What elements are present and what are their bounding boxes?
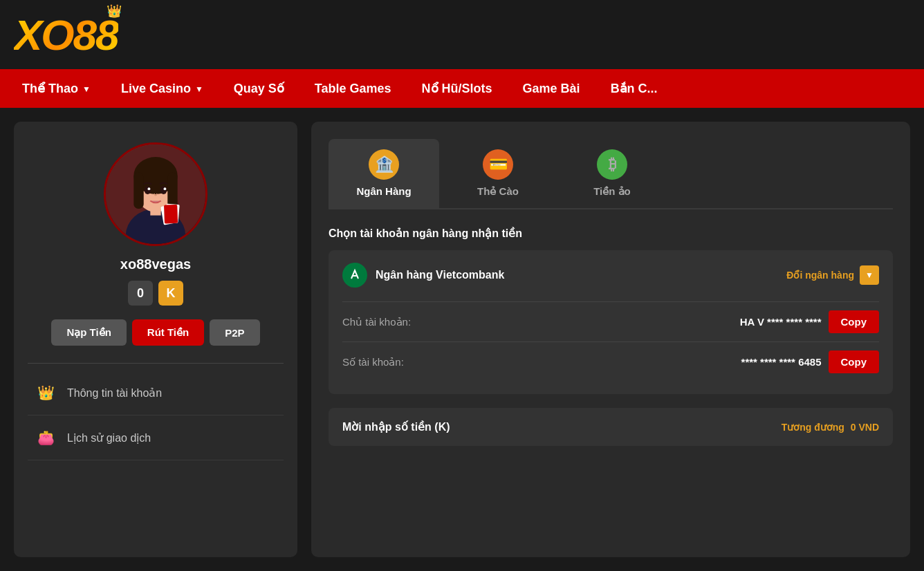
wallet-icon: 👛: [35, 427, 57, 449]
amount-title: Mời nhập số tiền (K): [342, 420, 450, 433]
tab-ngan-hang[interactable]: 🏦 Ngân Hàng: [329, 139, 439, 208]
vietcombank-logo: [342, 263, 367, 288]
amount-header: Mời nhập số tiền (K) Tương đương 0 VND: [342, 420, 879, 433]
bank-number-row: Số tài khoản: **** **** **** 6485 Copy: [342, 341, 879, 382]
main-nav: Thể Thao ▼ Live Casino ▼ Quay Số Table G…: [0, 69, 924, 108]
number-value-wrap: **** **** **** 6485 Copy: [741, 350, 879, 373]
svg-point-7: [145, 186, 151, 194]
username-label: xo88vegas: [120, 256, 191, 272]
amount-section: Mời nhập số tiền (K) Tương đương 0 VND: [329, 408, 893, 446]
sidebar-item-transaction-history[interactable]: 👛 Lịch sử giao dịch: [28, 415, 284, 460]
tab-the-cao[interactable]: 💳 Thẻ Cào: [443, 139, 553, 208]
number-value: **** **** **** 6485: [741, 356, 822, 368]
tabs: 🏦 Ngân Hàng 💳 Thẻ Cào ₿ Tiền ảo: [329, 139, 893, 209]
tab-tien-ao[interactable]: ₿ Tiền ảo: [557, 139, 667, 208]
logo-crown-icon: 👑: [107, 3, 122, 19]
action-buttons: Nạp Tiền Rút Tiền P2P: [28, 319, 284, 346]
nav-item-ban-c[interactable]: Bắn C...: [595, 69, 673, 108]
svg-point-8: [160, 186, 167, 194]
svg-point-10: [164, 187, 167, 190]
owner-value-wrap: HA V **** **** **** Copy: [740, 310, 879, 333]
badge-k: K: [158, 281, 183, 306]
svg-rect-6: [167, 172, 177, 209]
card-icon: 💳: [483, 149, 513, 180]
bank-card: Ngân hàng Vietcombank Đổi ngân hàng ▼ Ch…: [329, 250, 893, 394]
svg-point-9: [147, 187, 150, 190]
main-panel: 🏦 Ngân Hàng 💳 Thẻ Cào ₿ Tiền ảo Chọn tài…: [311, 122, 910, 557]
nav-item-no-hu-slots[interactable]: Nổ Hũ/Slots: [407, 69, 508, 108]
nav-item-table-games[interactable]: Table Games: [299, 69, 407, 108]
sidebar-menu: 👑 Thông tin tài khoản 👛 Lịch sử giao dịc…: [28, 363, 284, 460]
svg-rect-13: [164, 205, 178, 224]
sidebar-item-account-info[interactable]: 👑 Thông tin tài khoản: [28, 371, 284, 415]
copy-number-button[interactable]: Copy: [829, 350, 880, 373]
bank-name-label: Ngân hàng Vietcombank: [376, 269, 504, 281]
main-content: xo88vegas 0 K Nạp Tiền Rút Tiền P2P 👑 Th…: [0, 108, 924, 571]
bank-header: Ngân hàng Vietcombank Đổi ngân hàng ▼: [342, 263, 879, 288]
number-label: Số tài khoản:: [342, 356, 404, 368]
header: XO88 👑: [0, 0, 924, 69]
amount-equiv-value: 0 VND: [851, 422, 879, 433]
crypto-icon: ₿: [597, 149, 627, 180]
bank-change-dropdown-button[interactable]: ▼: [860, 265, 879, 285]
nav-item-live-casino[interactable]: Live Casino ▼: [106, 69, 219, 108]
svg-rect-5: [133, 172, 143, 209]
avatar: [104, 142, 207, 246]
nav-item-quay-so[interactable]: Quay Số: [219, 69, 299, 108]
chevron-down-icon: ▼: [195, 84, 203, 94]
crown-icon: 👑: [35, 382, 57, 404]
nav-item-game-bai[interactable]: Game Bài: [508, 69, 595, 108]
rut-tien-button[interactable]: Rút Tiền: [132, 319, 204, 346]
nap-tien-button[interactable]: Nạp Tiền: [51, 319, 126, 346]
bank-change-label: Đổi ngân hàng: [786, 270, 854, 281]
badges: 0 K: [128, 281, 183, 306]
logo-text: XO88: [14, 11, 118, 59]
section-title: Chọn tài khoản ngân hàng nhận tiền: [329, 227, 893, 240]
avatar-image: [106, 144, 205, 244]
bank-icon: 🏦: [369, 149, 399, 180]
sidebar: xo88vegas 0 K Nạp Tiền Rút Tiền P2P 👑 Th…: [14, 122, 297, 557]
badge-zero: 0: [128, 281, 153, 306]
sidebar-item-label: Thông tin tài khoản: [67, 386, 162, 400]
sidebar-item-label: Lịch sử giao dịch: [67, 431, 151, 444]
logo[interactable]: XO88 👑: [14, 10, 118, 59]
bank-owner-row: Chủ tài khoản: HA V **** **** **** Copy: [342, 301, 879, 341]
p2p-button[interactable]: P2P: [210, 319, 259, 346]
copy-owner-button[interactable]: Copy: [829, 310, 880, 333]
chevron-down-icon: ▼: [82, 84, 91, 94]
owner-label: Chủ tài khoản:: [342, 316, 411, 328]
nav-item-the-thao[interactable]: Thể Thao ▼: [7, 69, 106, 108]
bank-change-control[interactable]: Đổi ngân hàng ▼: [786, 265, 879, 285]
bank-info: Ngân hàng Vietcombank: [342, 263, 504, 288]
owner-value: HA V **** **** ****: [740, 316, 822, 328]
amount-equiv: Tương đương 0 VND: [782, 422, 879, 433]
